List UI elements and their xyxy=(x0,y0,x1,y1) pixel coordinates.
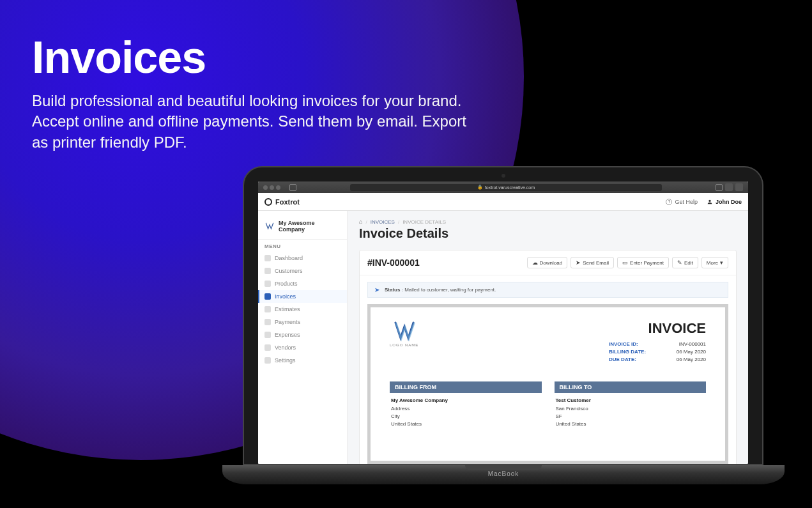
status-label: Status xyxy=(385,287,400,293)
url-text: foxtrot.varuscreative.com xyxy=(485,185,535,190)
billing-to-line2: SF xyxy=(556,413,705,420)
marketing-subtitle: Build professional and beautiful looking… xyxy=(32,91,479,153)
download-icon: ☁ xyxy=(532,259,538,266)
breadcrumb: ⌂ / INVOICES / INVOICE DETAILS xyxy=(359,219,737,225)
send-icon: ➤ xyxy=(374,286,379,293)
document-logo: LOGO NAME xyxy=(390,320,418,347)
billing-from-name: My Awesome Company xyxy=(391,397,540,404)
refresh-icon[interactable] xyxy=(716,184,723,191)
settings-icon xyxy=(264,357,271,364)
sidebar-item-expenses[interactable]: Expenses xyxy=(258,328,347,341)
billing-to-name: Test Customer xyxy=(556,397,705,404)
sidebar-item-payments[interactable]: Payments xyxy=(258,316,347,328)
url-bar[interactable]: 🔒 foxtrot.varuscreative.com xyxy=(350,184,662,191)
send-email-button[interactable]: ➤Send Email xyxy=(571,257,614,268)
billing-from-line3: United States xyxy=(391,420,540,428)
payment-icon: ▭ xyxy=(622,259,628,266)
company-name: My Awesome Company xyxy=(279,220,341,233)
marketing-title: Invoices xyxy=(32,32,479,83)
traffic-lights xyxy=(263,185,280,190)
send-icon: ➤ xyxy=(576,259,581,266)
brand[interactable]: Foxtrot xyxy=(264,198,300,206)
laptop-mockup: 🔒 foxtrot.varuscreative.com Foxtrot ? G xyxy=(243,166,763,484)
vendors-icon xyxy=(264,344,271,351)
edit-icon: ✎ xyxy=(677,259,682,266)
svg-point-0 xyxy=(709,199,710,201)
sidebar-item-label: Payments xyxy=(275,319,300,325)
invoice-panel: #INV-000001 ☁Download ➤Send Email ▭Enter… xyxy=(359,250,737,464)
billing-to-heading: BILLING TO xyxy=(555,381,707,393)
app-header: Foxtrot ? Get Help John Doe xyxy=(258,193,748,211)
laptop-base: MacBook xyxy=(222,465,785,484)
sidebar-item-label: Customers xyxy=(275,268,303,274)
billing-to-line1: San Francisco xyxy=(556,405,705,413)
user-name: John Doe xyxy=(716,199,742,205)
customers-icon xyxy=(264,268,271,274)
billing-to-line3: United States xyxy=(556,420,705,428)
brand-logo-icon xyxy=(264,198,272,206)
home-icon[interactable]: ⌂ xyxy=(359,219,362,225)
sidebar-item-estimates[interactable]: Estimates xyxy=(258,303,347,316)
sidebar-item-customers[interactable]: Customers xyxy=(258,265,347,277)
products-icon xyxy=(264,281,271,287)
sidebar-item-products[interactable]: Products xyxy=(258,277,347,290)
billing-date-value: 06 May 2020 xyxy=(661,348,706,356)
enter-payment-label: Enter Payment xyxy=(630,260,664,266)
more-button[interactable]: More▾ xyxy=(701,257,728,268)
help-label: Get Help xyxy=(675,199,698,205)
sidebar: My Awesome Company MENU Dashboard Custom… xyxy=(258,211,348,464)
due-date-value: 06 May 2020 xyxy=(661,356,706,364)
invoice-document: LOGO NAME INVOICE INVOICE ID:INV-000001 … xyxy=(367,304,728,464)
invoice-id: #INV-000001 xyxy=(367,258,420,268)
download-button[interactable]: ☁Download xyxy=(527,257,568,268)
logo-caption: LOGO NAME xyxy=(390,343,418,347)
download-label: Download xyxy=(540,260,563,266)
sidebar-toggle-icon[interactable] xyxy=(289,184,296,191)
billing-from: BILLING FROM My Awesome Company Address … xyxy=(390,381,542,432)
edit-label: Edit xyxy=(684,260,693,266)
sidebar-item-label: Settings xyxy=(275,357,296,364)
sidebar-item-vendors[interactable]: Vendors xyxy=(258,341,347,354)
sidebar-item-invoices[interactable]: Invoices xyxy=(258,290,347,303)
more-label: More xyxy=(707,260,718,266)
share-icon[interactable] xyxy=(725,183,733,191)
billing-from-heading: BILLING FROM xyxy=(390,381,542,393)
laptop-brand: MacBook xyxy=(488,470,519,477)
help-link[interactable]: ? Get Help xyxy=(666,199,698,205)
menu-label: MENU xyxy=(258,239,347,252)
billing-from-line2: City xyxy=(391,413,540,420)
invoice-id-value: INV-000001 xyxy=(661,341,706,348)
user-icon xyxy=(707,199,713,205)
user-menu[interactable]: John Doe xyxy=(707,199,742,205)
invoices-icon xyxy=(264,293,271,300)
browser-chrome: 🔒 foxtrot.varuscreative.com xyxy=(258,181,748,193)
status-text: Mailed to customer, waiting for payment. xyxy=(404,287,496,293)
expenses-icon xyxy=(264,332,271,338)
help-icon: ? xyxy=(666,199,672,205)
invoice-id-label: INVOICE ID: xyxy=(609,341,654,348)
company-selector[interactable]: My Awesome Company xyxy=(258,217,347,239)
estimates-icon xyxy=(264,306,271,312)
billing-from-line1: Address xyxy=(391,405,540,413)
edit-button[interactable]: ✎Edit xyxy=(672,257,698,268)
sidebar-item-settings[interactable]: Settings xyxy=(258,354,347,367)
sidebar-item-label: Estimates xyxy=(275,306,300,312)
sidebar-item-dashboard[interactable]: Dashboard xyxy=(258,252,347,265)
dashboard-icon xyxy=(264,255,271,261)
lock-icon: 🔒 xyxy=(477,185,483,190)
page-title: Invoice Details xyxy=(359,226,737,241)
tabs-icon[interactable] xyxy=(735,183,743,191)
breadcrumb-current: INVOICE DETAILS xyxy=(402,219,446,225)
sidebar-item-label: Vendors xyxy=(275,344,296,351)
brand-name: Foxtrot xyxy=(275,198,300,206)
enter-payment-button[interactable]: ▭Enter Payment xyxy=(617,257,669,268)
billing-date-label: BILLING DATE: xyxy=(609,348,654,356)
billing-to: BILLING TO Test Customer San Francisco S… xyxy=(555,381,707,432)
breadcrumb-invoices[interactable]: INVOICES xyxy=(371,219,395,225)
send-label: Send Email xyxy=(583,260,609,266)
sidebar-item-label: Products xyxy=(275,281,298,287)
status-banner: ➤ Status : Mailed to customer, waiting f… xyxy=(367,282,728,298)
payments-icon xyxy=(264,319,271,325)
sidebar-item-label: Dashboard xyxy=(275,255,303,261)
chevron-down-icon: ▾ xyxy=(720,259,723,266)
